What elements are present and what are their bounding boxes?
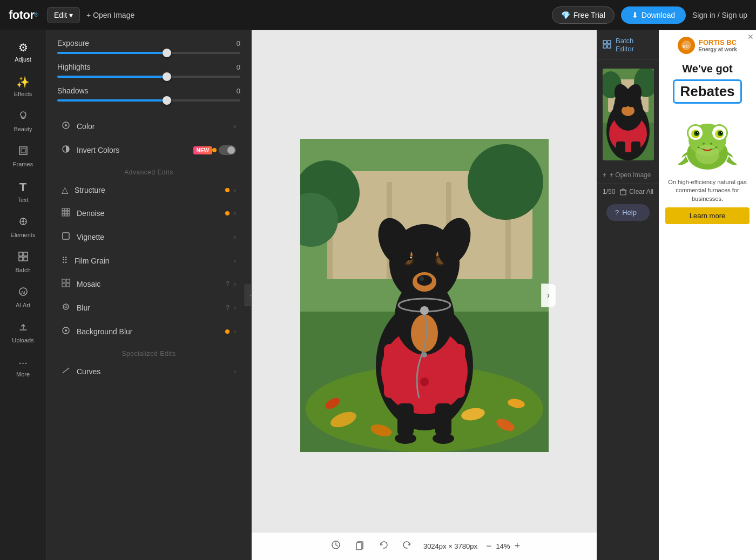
svg-point-71: [417, 275, 432, 286]
bottom-toolbar: 3024px × 3780px − 14% +: [252, 532, 597, 560]
invert-colors-menu-item[interactable]: Invert Colors NEW: [51, 138, 247, 162]
undo-button[interactable]: [376, 537, 391, 555]
toggle-switch[interactable]: [219, 145, 236, 155]
sidebar-item-elements[interactable]: Elements: [2, 211, 44, 244]
structure-icon: △: [62, 185, 68, 195]
header: fotor ® Edit ▾ + Open Image 💎 Free Trial…: [0, 0, 756, 30]
sidebar-item-uploads[interactable]: Uploads: [2, 316, 44, 349]
structure-menu-item[interactable]: △ Structure ›: [51, 178, 247, 201]
batch-editor-header[interactable]: Batch Editor: [597, 30, 659, 60]
exposure-track[interactable]: [57, 52, 240, 54]
sidebar-item-batch[interactable]: Batch: [2, 246, 44, 279]
shadows-label: Shadows: [57, 86, 89, 95]
vignette-arrow-icon: ›: [234, 233, 236, 241]
background-blur-menu-item[interactable]: Background Blur ›: [51, 320, 247, 343]
blur-arrow-icon: ›: [234, 304, 236, 312]
shadows-slider-row: Shadows 0: [57, 86, 240, 102]
batch-editor-title: Batch Editor: [616, 37, 653, 53]
svg-point-81: [420, 377, 429, 386]
color-icon: [62, 121, 70, 132]
ad-rebates-box: Rebates: [673, 79, 741, 104]
sidebar-item-effects[interactable]: ✨ Effects: [2, 70, 44, 103]
fortis-logo: BC FORTIS BC Energy at work: [678, 37, 737, 54]
history-button[interactable]: [328, 537, 343, 555]
mosaic-menu-item[interactable]: Mosaic ? ›: [51, 272, 247, 296]
adjust-icon: ⚙: [18, 41, 28, 54]
svg-rect-21: [62, 211, 64, 213]
vignette-menu-item[interactable]: Vignette ›: [51, 225, 247, 249]
signin-button[interactable]: Sign in / Sign up: [692, 11, 747, 19]
shadows-track[interactable]: [57, 99, 240, 102]
svg-rect-106: [616, 141, 625, 155]
highlights-thumb[interactable]: [163, 72, 171, 81]
sidebar-item-frames[interactable]: Frames: [2, 140, 44, 173]
svg-point-122: [696, 132, 699, 134]
blur-label: Blur: [77, 303, 226, 312]
svg-rect-86: [603, 41, 606, 44]
open-image-button[interactable]: + Open Image: [86, 11, 134, 19]
edit-button[interactable]: Edit ▾: [47, 7, 80, 23]
edit-label: Edit: [54, 11, 67, 19]
zoom-out-button[interactable]: −: [486, 541, 492, 552]
help-button[interactable]: ? Help: [606, 204, 650, 221]
highlights-label: Highlights: [57, 63, 90, 71]
svg-point-80: [433, 433, 454, 444]
svg-rect-87: [608, 41, 611, 44]
shadows-thumb[interactable]: [163, 96, 171, 105]
highlights-track[interactable]: [57, 76, 240, 78]
redo-button[interactable]: [400, 537, 415, 555]
svg-point-101: [622, 105, 634, 116]
learn-more-button[interactable]: Learn more: [665, 207, 750, 224]
svg-rect-22: [65, 211, 67, 213]
color-menu-item[interactable]: Color ›: [51, 114, 247, 138]
gem-icon: 💎: [561, 11, 570, 19]
sidebar-item-ai-art[interactable]: AI AI Art: [2, 281, 44, 314]
zoom-in-button[interactable]: +: [515, 541, 521, 552]
highlights-fill: [57, 76, 167, 78]
copy-button[interactable]: [352, 537, 367, 555]
clear-all-button[interactable]: Clear All: [619, 188, 653, 195]
invert-colors-label: Invert Colors: [77, 146, 189, 154]
free-trial-button[interactable]: 💎 Free Trial: [552, 6, 615, 24]
curves-menu-item[interactable]: Curves ›: [51, 360, 247, 383]
film-grain-menu-item[interactable]: ⠿ Film Grain ›: [51, 249, 247, 272]
batch-thumbnail[interactable]: [603, 69, 654, 160]
edit-chevron-icon: ▾: [69, 11, 73, 19]
uploads-icon: [18, 321, 29, 335]
denoise-icon: [62, 208, 70, 219]
denoise-menu-item[interactable]: Denoise ›: [51, 201, 247, 225]
tools-scroll-area[interactable]: Exposure 0 Highlights 0: [46, 30, 251, 383]
svg-rect-19: [65, 208, 67, 211]
download-button[interactable]: ⬇ Download: [621, 6, 686, 24]
svg-rect-108: [620, 190, 626, 195]
blur-menu-item[interactable]: Blur ? ›: [51, 296, 247, 320]
shadows-label-row: Shadows 0: [57, 86, 240, 95]
exposure-value: 0: [237, 39, 240, 48]
plus-icon: +: [603, 171, 606, 179]
svg-point-69: [410, 257, 411, 258]
exposure-thumb[interactable]: [163, 49, 171, 57]
header-right: 💎 Free Trial ⬇ Download Sign in / Sign u…: [552, 6, 747, 24]
collapse-handle[interactable]: ‹: [245, 285, 252, 306]
sidebar-item-adjust[interactable]: ⚙ Adjust: [2, 36, 44, 68]
exposure-fill: [57, 52, 167, 54]
film-grain-icon: ⠿: [62, 255, 68, 266]
svg-rect-24: [62, 214, 64, 216]
blur-help-icon[interactable]: ?: [226, 304, 230, 312]
batch-editor-icon: [603, 40, 611, 50]
invert-toggle[interactable]: [212, 145, 236, 155]
svg-rect-30: [62, 284, 65, 287]
nav-arrow[interactable]: ›: [541, 284, 556, 307]
open-image-link[interactable]: + + Open Image: [597, 167, 659, 183]
mosaic-help-icon[interactable]: ?: [226, 280, 230, 288]
sidebar-item-label: Batch: [15, 267, 30, 273]
sidebar-item-more[interactable]: ··· More: [2, 351, 44, 383]
svg-rect-29: [66, 279, 70, 282]
vignette-icon: [62, 232, 70, 242]
svg-rect-31: [66, 284, 70, 287]
sidebar-item-text[interactable]: T Text: [2, 175, 44, 208]
structure-arrow-icon: ›: [234, 186, 236, 194]
sidebar-item-beauty[interactable]: Beauty: [2, 105, 44, 138]
ad-close-button[interactable]: ✕: [747, 32, 754, 41]
zoom-level: 14%: [496, 542, 510, 550]
